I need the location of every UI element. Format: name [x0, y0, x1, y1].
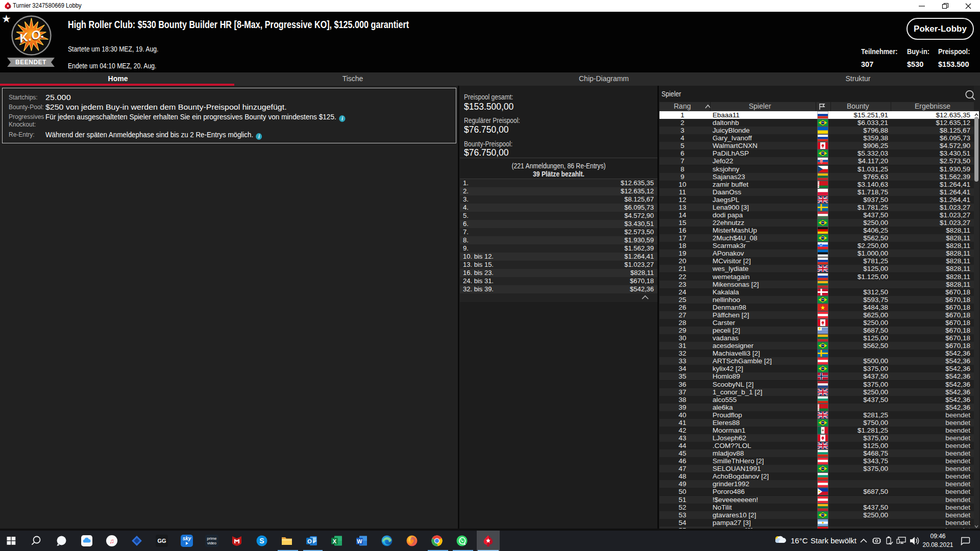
svg-text:X: X	[333, 538, 337, 544]
svg-text:O: O	[307, 538, 312, 544]
svg-text:♫: ♫	[109, 537, 114, 545]
svg-text:S: S	[259, 537, 264, 545]
svg-text:W: W	[357, 538, 362, 544]
